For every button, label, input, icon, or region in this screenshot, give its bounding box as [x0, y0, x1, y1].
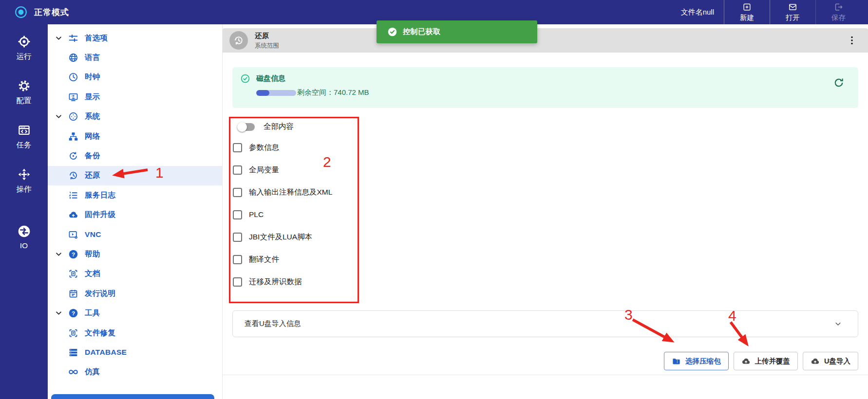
restore-checkbox-row[interactable]: 全局变量 — [233, 164, 332, 175]
select-all-toggle[interactable] — [237, 122, 255, 132]
sidebar-item[interactable]: 文件修复 — [48, 323, 222, 343]
firmware-upgrade-icon — [68, 210, 78, 220]
restore-checkbox-row[interactable]: JBI文件及LUA脚本 — [233, 232, 332, 242]
sidebar-item[interactable]: 网络 — [48, 127, 222, 146]
checkbox-label: 翻译文件 — [249, 254, 279, 265]
sidebar-item-label: 系统 — [85, 111, 100, 122]
backup-icon — [68, 151, 78, 161]
checkbox[interactable] — [233, 188, 242, 197]
checkbox[interactable] — [233, 233, 242, 242]
checkbox[interactable] — [233, 165, 242, 175]
sidebar-item[interactable]: 发行说明 — [48, 284, 222, 303]
sidebar-item[interactable]: 语言 — [48, 48, 222, 67]
sidebar-item-label: 文件修复 — [85, 328, 115, 338]
action-button[interactable]: 选择压缩包 — [664, 352, 729, 370]
language-icon — [68, 53, 78, 63]
checkbox-label: 参数信息 — [249, 143, 279, 153]
restore-options-box: 全部内容 参数信息 全局变量 输入输出注释信息及XML PLC — [229, 117, 359, 303]
nav-rail-label: 运行 — [17, 52, 32, 62]
restore-checkbox-row[interactable]: PLC — [233, 209, 332, 220]
sidebar-item-label: 首选项 — [85, 33, 108, 43]
tools-icon: ? — [68, 308, 78, 318]
upload-cloud-icon — [741, 357, 751, 366]
usb-import-info-label: 查看U盘导入信息 — [245, 319, 301, 328]
restore-checkbox-row[interactable]: 输入输出注释信息及XML — [233, 187, 332, 198]
nav-rail-item[interactable]: IO — [18, 225, 31, 250]
sidebar-item[interactable]: 时钟 — [48, 68, 222, 87]
sidebar-item[interactable]: 固件升级 — [48, 205, 222, 225]
disk-info-panel: 磁盘信息 剩余空间：740.72 MB — [232, 67, 858, 108]
checkbox[interactable] — [233, 277, 242, 287]
topbar-button-group: 新建 打开 保存 — [724, 0, 861, 24]
sidebar-item-label: 发行说明 — [85, 289, 115, 299]
checkbox-label: 迁移及辨识数据 — [249, 277, 302, 287]
sidebar-item[interactable]: 备份 — [48, 146, 222, 165]
sidebar-item-label: 时钟 — [85, 72, 100, 82]
sidebar-item[interactable]: 系统 — [48, 107, 222, 127]
sidebar-item-label: 备份 — [85, 151, 100, 161]
network-icon — [68, 131, 78, 142]
release-notes-icon — [68, 289, 78, 299]
checkbox[interactable] — [233, 255, 242, 264]
sidebar-item[interactable]: 仿真 — [48, 363, 222, 382]
action-button[interactable]: U盘导入 — [803, 352, 858, 370]
sidebar-bottom-button[interactable] — [51, 394, 214, 399]
topbar-actions: 文件名null 新建 打开 保存 — [681, 0, 868, 24]
page-header: 还原 系统范围 — [223, 28, 868, 53]
clock-icon — [68, 72, 78, 82]
topbar-button[interactable]: 新建 — [724, 0, 770, 24]
checkbox[interactable] — [233, 210, 242, 219]
topbar-button-label: 打开 — [786, 13, 800, 22]
sidebar-item[interactable]: 还原 — [48, 166, 222, 185]
sidebar-item-label: 帮助 — [85, 249, 100, 259]
action-button-row: 选择压缩包 上传并覆盖 U盘导入 — [664, 352, 858, 370]
restore-checkbox-row[interactable]: 参数信息 — [233, 142, 332, 153]
usb-import-info-collapse[interactable]: 查看U盘导入信息 — [232, 310, 858, 337]
restore-checkbox-row[interactable]: 迁移及辨识数据 — [233, 276, 332, 287]
sidebar-item[interactable]: DATABASE — [48, 343, 222, 362]
new-file-icon — [742, 2, 752, 12]
save-icon — [834, 2, 843, 12]
checkbox[interactable] — [233, 143, 242, 152]
restore-checkbox-row[interactable]: 翻译文件 — [233, 254, 332, 265]
nav-rail-label: IO — [20, 241, 28, 250]
topbar-button[interactable]: 保存 — [815, 0, 861, 24]
topbar-button[interactable]: 打开 — [770, 0, 815, 24]
usb-import-icon — [811, 357, 820, 366]
chevron-down-icon — [55, 35, 62, 42]
nav-rail-item[interactable]: 操作 — [17, 168, 32, 195]
sidebar-item[interactable]: 服务日志 — [48, 185, 222, 205]
chevron-down-icon — [55, 309, 62, 317]
svg-text:?: ? — [72, 310, 75, 317]
sidebar-item[interactable]: ? 工具 — [48, 303, 222, 323]
nav-rail-item[interactable]: 运行 — [17, 35, 32, 62]
free-space-label: 剩余空间：740.72 MB — [297, 88, 369, 97]
action-button-label: 上传并覆盖 — [755, 357, 791, 366]
kebab-icon[interactable] — [847, 34, 857, 47]
content-bottom-divider — [223, 375, 868, 375]
sidebar-item[interactable]: 显示 — [48, 87, 222, 107]
svg-text:?: ? — [72, 251, 75, 258]
nav-rail-item[interactable]: 配置 — [17, 79, 32, 106]
sidebar-item[interactable]: ? 帮助 — [48, 244, 222, 264]
action-button-label: 选择压缩包 — [685, 357, 721, 366]
run-icon — [18, 35, 31, 48]
sidebar-item-label: 还原 — [85, 170, 100, 181]
logo-icon — [15, 6, 27, 18]
sidebar-item-label: 仿真 — [85, 367, 100, 377]
action-button[interactable]: 上传并覆盖 — [734, 352, 798, 370]
config-icon — [18, 79, 31, 92]
refresh-icon[interactable] — [833, 77, 845, 89]
sidebar-item[interactable]: VNC — [48, 225, 222, 244]
nav-rail-item[interactable]: 任务 — [17, 124, 32, 150]
sidebar-item-label: DATABASE — [85, 348, 127, 357]
toast-message: 控制已获取 — [403, 27, 441, 36]
sidebar-item[interactable]: 首选项 — [48, 28, 222, 48]
nav-rail-label: 任务 — [17, 140, 32, 150]
sidebar-item[interactable]: 文档 — [48, 264, 222, 284]
restore-checkbox-list: 参数信息 全局变量 输入输出注释信息及XML PLC JBI文件及LUA脚本 — [233, 142, 332, 287]
check-circle-icon — [240, 73, 250, 84]
display-icon — [68, 92, 78, 102]
mode-label: 正常模式 — [34, 7, 69, 18]
chevron-down-icon — [55, 251, 62, 258]
